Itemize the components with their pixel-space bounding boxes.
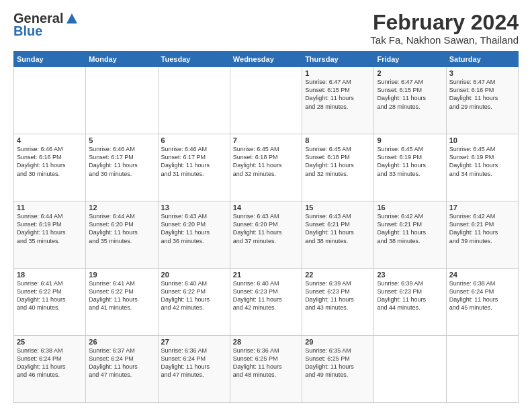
calendar-cell: 23Sunrise: 6:39 AM Sunset: 6:23 PM Dayli… bbox=[374, 269, 446, 336]
day-number: 14 bbox=[233, 203, 299, 212]
calendar-cell: 10Sunrise: 6:45 AM Sunset: 6:19 PM Dayli… bbox=[446, 134, 518, 201]
location: Tak Fa, Nakhon Sawan, Thailand bbox=[370, 34, 519, 46]
calendar-cell: 5Sunrise: 6:46 AM Sunset: 6:17 PM Daylig… bbox=[86, 134, 158, 201]
calendar-cell: 28Sunrise: 6:36 AM Sunset: 6:25 PM Dayli… bbox=[230, 336, 302, 403]
calendar-cell: 9Sunrise: 6:45 AM Sunset: 6:19 PM Daylig… bbox=[374, 134, 446, 201]
day-number: 29 bbox=[305, 338, 371, 346]
day-info: Sunrise: 6:44 AM Sunset: 6:19 PM Dayligh… bbox=[17, 212, 83, 245]
day-info: Sunrise: 6:45 AM Sunset: 6:18 PM Dayligh… bbox=[305, 145, 371, 178]
day-info: Sunrise: 6:47 AM Sunset: 6:15 PM Dayligh… bbox=[377, 78, 443, 111]
calendar-cell: 17Sunrise: 6:42 AM Sunset: 6:21 PM Dayli… bbox=[446, 201, 518, 269]
day-of-week-header: Monday bbox=[86, 52, 158, 67]
day-info: Sunrise: 6:46 AM Sunset: 6:17 PM Dayligh… bbox=[89, 145, 154, 178]
calendar-week-row: 18Sunrise: 6:41 AM Sunset: 6:22 PM Dayli… bbox=[14, 269, 519, 336]
day-info: Sunrise: 6:46 AM Sunset: 6:16 PM Dayligh… bbox=[17, 145, 83, 178]
day-info: Sunrise: 6:39 AM Sunset: 6:23 PM Dayligh… bbox=[305, 279, 371, 312]
day-number: 15 bbox=[305, 203, 371, 212]
calendar-cell: 13Sunrise: 6:43 AM Sunset: 6:20 PM Dayli… bbox=[158, 201, 230, 269]
day-number: 19 bbox=[89, 271, 154, 279]
day-of-week-header: Wednesday bbox=[230, 52, 302, 67]
day-number: 6 bbox=[161, 136, 227, 144]
page: General Blue February 2024 Tak Fa, Nakho… bbox=[0, 0, 532, 411]
day-of-week-header: Friday bbox=[374, 52, 446, 67]
day-info: Sunrise: 6:47 AM Sunset: 6:16 PM Dayligh… bbox=[449, 78, 515, 111]
day-info: Sunrise: 6:42 AM Sunset: 6:21 PM Dayligh… bbox=[377, 212, 443, 245]
day-info: Sunrise: 6:36 AM Sunset: 6:24 PM Dayligh… bbox=[161, 347, 227, 379]
day-number: 24 bbox=[449, 271, 515, 279]
day-info: Sunrise: 6:36 AM Sunset: 6:25 PM Dayligh… bbox=[233, 347, 299, 379]
day-info: Sunrise: 6:38 AM Sunset: 6:24 PM Dayligh… bbox=[449, 279, 515, 312]
calendar-cell bbox=[14, 67, 86, 134]
day-info: Sunrise: 6:37 AM Sunset: 6:24 PM Dayligh… bbox=[89, 347, 154, 379]
day-number: 21 bbox=[233, 271, 299, 279]
calendar-cell: 6Sunrise: 6:46 AM Sunset: 6:17 PM Daylig… bbox=[158, 134, 230, 201]
calendar-week-row: 4Sunrise: 6:46 AM Sunset: 6:16 PM Daylig… bbox=[14, 134, 519, 201]
logo: General Blue bbox=[13, 11, 79, 39]
day-number: 4 bbox=[17, 136, 83, 144]
day-info: Sunrise: 6:44 AM Sunset: 6:20 PM Dayligh… bbox=[89, 212, 154, 245]
calendar-cell: 14Sunrise: 6:43 AM Sunset: 6:20 PM Dayli… bbox=[230, 201, 302, 269]
day-info: Sunrise: 6:43 AM Sunset: 6:21 PM Dayligh… bbox=[305, 212, 371, 245]
calendar-cell: 27Sunrise: 6:36 AM Sunset: 6:24 PM Dayli… bbox=[158, 336, 230, 403]
day-info: Sunrise: 6:45 AM Sunset: 6:18 PM Dayligh… bbox=[233, 145, 299, 178]
day-info: Sunrise: 6:41 AM Sunset: 6:22 PM Dayligh… bbox=[17, 279, 83, 312]
calendar-cell: 19Sunrise: 6:41 AM Sunset: 6:22 PM Dayli… bbox=[86, 269, 158, 336]
calendar-cell bbox=[374, 336, 446, 403]
day-number: 7 bbox=[233, 136, 299, 144]
day-info: Sunrise: 6:41 AM Sunset: 6:22 PM Dayligh… bbox=[89, 279, 154, 312]
day-number: 25 bbox=[17, 338, 83, 346]
calendar-cell: 12Sunrise: 6:44 AM Sunset: 6:20 PM Dayli… bbox=[86, 201, 158, 269]
calendar-cell: 25Sunrise: 6:38 AM Sunset: 6:24 PM Dayli… bbox=[14, 336, 86, 403]
day-info: Sunrise: 6:35 AM Sunset: 6:25 PM Dayligh… bbox=[305, 347, 371, 379]
day-info: Sunrise: 6:43 AM Sunset: 6:20 PM Dayligh… bbox=[161, 212, 227, 245]
day-info: Sunrise: 6:45 AM Sunset: 6:19 PM Dayligh… bbox=[449, 145, 515, 178]
logo-blue-text: Blue bbox=[13, 24, 42, 39]
calendar-cell: 1Sunrise: 6:47 AM Sunset: 6:15 PM Daylig… bbox=[302, 67, 374, 134]
day-number: 9 bbox=[377, 136, 443, 144]
calendar-cell: 24Sunrise: 6:38 AM Sunset: 6:24 PM Dayli… bbox=[446, 269, 518, 336]
calendar-cell bbox=[446, 336, 518, 403]
day-number: 5 bbox=[89, 136, 154, 144]
month-title: February 2024 bbox=[370, 11, 519, 34]
calendar-cell: 7Sunrise: 6:45 AM Sunset: 6:18 PM Daylig… bbox=[230, 134, 302, 201]
header: General Blue February 2024 Tak Fa, Nakho… bbox=[13, 11, 519, 46]
day-number: 27 bbox=[161, 338, 227, 346]
calendar-cell: 16Sunrise: 6:42 AM Sunset: 6:21 PM Dayli… bbox=[374, 201, 446, 269]
calendar-cell: 11Sunrise: 6:44 AM Sunset: 6:19 PM Dayli… bbox=[14, 201, 86, 269]
day-number: 20 bbox=[161, 271, 227, 279]
day-number: 26 bbox=[89, 338, 154, 346]
day-number: 17 bbox=[449, 203, 515, 212]
svg-rect-1 bbox=[71, 19, 73, 24]
day-number: 8 bbox=[305, 136, 371, 144]
day-info: Sunrise: 6:40 AM Sunset: 6:22 PM Dayligh… bbox=[161, 279, 227, 312]
day-info: Sunrise: 6:46 AM Sunset: 6:17 PM Dayligh… bbox=[161, 145, 227, 178]
calendar-cell: 3Sunrise: 6:47 AM Sunset: 6:16 PM Daylig… bbox=[446, 67, 518, 134]
day-info: Sunrise: 6:47 AM Sunset: 6:15 PM Dayligh… bbox=[305, 78, 371, 111]
day-number: 22 bbox=[305, 271, 371, 279]
calendar-cell: 22Sunrise: 6:39 AM Sunset: 6:23 PM Dayli… bbox=[302, 269, 374, 336]
day-info: Sunrise: 6:43 AM Sunset: 6:20 PM Dayligh… bbox=[233, 212, 299, 245]
day-of-week-header: Thursday bbox=[302, 52, 374, 67]
calendar-cell bbox=[86, 67, 158, 134]
calendar-cell: 26Sunrise: 6:37 AM Sunset: 6:24 PM Dayli… bbox=[86, 336, 158, 403]
calendar-cell bbox=[158, 67, 230, 134]
calendar: SundayMondayTuesdayWednesdayThursdayFrid… bbox=[13, 51, 519, 403]
day-number: 13 bbox=[161, 203, 227, 212]
calendar-cell: 8Sunrise: 6:45 AM Sunset: 6:18 PM Daylig… bbox=[302, 134, 374, 201]
calendar-week-row: 11Sunrise: 6:44 AM Sunset: 6:19 PM Dayli… bbox=[14, 201, 519, 269]
day-number: 16 bbox=[377, 203, 443, 212]
calendar-cell: 18Sunrise: 6:41 AM Sunset: 6:22 PM Dayli… bbox=[14, 269, 86, 336]
calendar-week-row: 25Sunrise: 6:38 AM Sunset: 6:24 PM Dayli… bbox=[14, 336, 519, 403]
day-of-week-header: Saturday bbox=[446, 52, 518, 67]
day-info: Sunrise: 6:39 AM Sunset: 6:23 PM Dayligh… bbox=[377, 279, 443, 312]
calendar-cell: 21Sunrise: 6:40 AM Sunset: 6:23 PM Dayli… bbox=[230, 269, 302, 336]
title-block: February 2024 Tak Fa, Nakhon Sawan, Thai… bbox=[370, 11, 519, 46]
day-number: 3 bbox=[449, 69, 515, 77]
day-number: 11 bbox=[17, 203, 83, 212]
day-info: Sunrise: 6:40 AM Sunset: 6:23 PM Dayligh… bbox=[233, 279, 299, 312]
day-number: 12 bbox=[89, 203, 154, 212]
day-of-week-header: Tuesday bbox=[158, 52, 230, 67]
logo-icon bbox=[64, 11, 79, 26]
calendar-cell: 15Sunrise: 6:43 AM Sunset: 6:21 PM Dayli… bbox=[302, 201, 374, 269]
day-number: 1 bbox=[305, 69, 371, 77]
